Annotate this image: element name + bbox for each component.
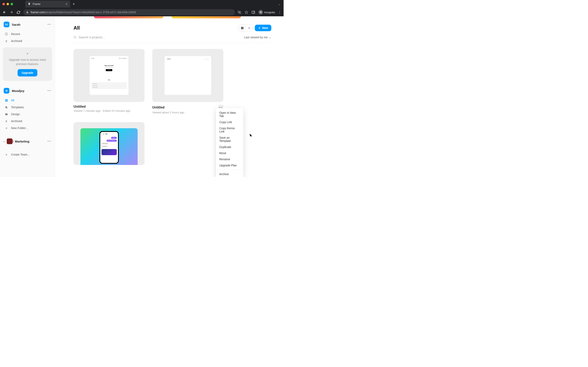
svg-point-4 bbox=[260, 12, 261, 13]
close-window-icon[interactable] bbox=[2, 3, 5, 5]
svg-rect-15 bbox=[241, 28, 242, 29]
project-card[interactable]: FRAMER About Blog Untitled ••• Viewed ab… bbox=[152, 49, 223, 114]
minimize-window-icon[interactable] bbox=[7, 3, 9, 5]
framer-favicon-icon bbox=[28, 2, 31, 6]
eye-off-icon[interactable] bbox=[238, 10, 241, 14]
clock-icon bbox=[4, 33, 8, 36]
project-thumbnail[interactable]: ‹ Sam online ⋮ Hey Sam! How are you bbox=[73, 122, 145, 165]
incognito-badge[interactable]: Incognito bbox=[259, 10, 275, 15]
address-bar: framer.com/projects/folder/recent?team=4… bbox=[0, 8, 284, 16]
user-name: Sarah bbox=[12, 23, 45, 26]
sidebar-item-new-folder[interactable]: New Folder... bbox=[3, 125, 52, 132]
url-input[interactable]: framer.com/projects/folder/recent?team=4… bbox=[23, 9, 235, 15]
sidebar-item-recent[interactable]: Recent bbox=[3, 31, 52, 38]
tabs-dropdown-icon[interactable]: ⌄ bbox=[278, 3, 280, 6]
plus-icon bbox=[4, 127, 8, 130]
project-thumbnail[interactable]: FRAMER About Blog bbox=[152, 49, 223, 102]
more-icon[interactable]: ••• bbox=[47, 23, 51, 26]
svg-rect-12 bbox=[6, 107, 7, 109]
list-view-button[interactable] bbox=[246, 25, 252, 31]
user-avatar: SJ bbox=[4, 22, 9, 27]
sparkle-icon: ✦ bbox=[6, 52, 49, 56]
svg-rect-7 bbox=[5, 99, 6, 100]
browser-tab[interactable]: Framer ✕ bbox=[25, 1, 70, 8]
new-button[interactable]: New bbox=[255, 25, 271, 31]
workspace-avatar-mug-icon bbox=[7, 138, 12, 144]
menu-item-save-as-template[interactable]: Save as Template bbox=[216, 134, 243, 144]
forward-button[interactable] bbox=[9, 10, 13, 14]
svg-point-20 bbox=[74, 36, 76, 38]
sort-dropdown[interactable]: Last viewed by me ⌄ bbox=[244, 36, 271, 39]
menu-item-copy-link[interactable]: Copy Link bbox=[216, 119, 243, 125]
search-input[interactable]: Search 3 projects... bbox=[73, 35, 105, 39]
workspace-name: Moodjoy bbox=[12, 89, 45, 92]
close-tab-icon[interactable]: ✕ bbox=[65, 2, 68, 6]
workspace-header[interactable]: M Moodjoy ••• bbox=[3, 87, 52, 95]
workspace-marketing: ▸ Marketing ••• bbox=[3, 137, 52, 145]
project-card[interactable]: Moodjoy About Pricing Sign up Buy my stu… bbox=[73, 49, 145, 114]
new-tab-button[interactable]: + bbox=[73, 2, 75, 6]
svg-rect-10 bbox=[7, 100, 8, 101]
menu-item-duplicate[interactable]: Duplicate bbox=[216, 144, 243, 150]
grid-view-button[interactable] bbox=[239, 25, 246, 31]
chevron-left-icon: ‹ bbox=[102, 133, 102, 135]
caret-right-icon[interactable]: ▸ bbox=[4, 140, 5, 142]
menu-item-move[interactable]: Move bbox=[216, 150, 243, 156]
menu-item-copy-remix-link[interactable]: Copy Remix Link bbox=[216, 125, 243, 134]
window-controls[interactable] bbox=[2, 3, 13, 5]
sidebar-item-design[interactable]: Design bbox=[3, 111, 52, 118]
workspace-header-marketing[interactable]: ▸ Marketing ••• bbox=[3, 137, 52, 145]
sidebar-item-create-team[interactable]: Create Team... bbox=[3, 151, 52, 158]
project-title: Untitled bbox=[152, 106, 164, 109]
svg-rect-8 bbox=[7, 99, 8, 100]
back-button[interactable] bbox=[2, 10, 7, 14]
project-thumbnail[interactable]: Moodjoy About Pricing Sign up Buy my stu… bbox=[73, 49, 145, 102]
svg-point-5 bbox=[261, 12, 262, 13]
url-text: framer.com/projects/folder/recent?team=4… bbox=[31, 11, 136, 14]
sidebar-item-archived[interactable]: Archived bbox=[3, 38, 52, 44]
page-title: All bbox=[73, 25, 80, 31]
project-card[interactable]: ‹ Sam online ⋮ Hey Sam! How are you bbox=[73, 122, 145, 165]
menu-item-open-new-tab[interactable]: Open in New Tab bbox=[216, 110, 243, 119]
archive-icon bbox=[4, 119, 8, 123]
tab-bar: Framer ✕ + ⌄ bbox=[0, 0, 284, 8]
incognito-icon bbox=[259, 10, 263, 15]
user-header[interactable]: SJ Sarah ••• bbox=[3, 20, 52, 29]
user-section: SJ Sarah ••• Recent Archived bbox=[3, 20, 52, 81]
sidebar-item-templates[interactable]: Templates bbox=[3, 104, 52, 111]
menu-item-archive[interactable]: Archive bbox=[216, 171, 243, 177]
avatar bbox=[103, 133, 105, 135]
svg-rect-2 bbox=[252, 11, 255, 13]
menu-item-rename[interactable]: Rename bbox=[216, 156, 243, 162]
banner-gradient bbox=[172, 16, 241, 18]
star-icon[interactable] bbox=[245, 10, 248, 14]
menu-divider bbox=[216, 170, 243, 170]
workspace-moodjoy: M Moodjoy ••• All Templates bbox=[3, 87, 52, 132]
plus-icon bbox=[4, 153, 8, 156]
project-subtitle: Viewed about 2 hours ago bbox=[152, 111, 223, 114]
svg-rect-16 bbox=[242, 28, 243, 29]
project-subtitle: Viewed 7 minutes ago · Edited 25 minutes… bbox=[73, 109, 145, 112]
menu-item-upgrade-plan[interactable]: Upgrade Plan bbox=[216, 162, 243, 168]
cursor-icon bbox=[250, 133, 253, 137]
main-content: All New bbox=[55, 16, 284, 177]
workspace-name: Marketing bbox=[15, 140, 45, 143]
banner-gradient bbox=[94, 16, 163, 18]
templates-icon bbox=[4, 106, 8, 109]
banner-strip bbox=[94, 16, 271, 18]
browser-chrome: Framer ✕ + ⌄ framer.com/projects/folder/… bbox=[0, 0, 284, 16]
upgrade-button[interactable]: Upgrade bbox=[17, 69, 37, 76]
sidebar-item-archived-2[interactable]: Archived bbox=[3, 118, 52, 125]
lock-icon bbox=[26, 11, 29, 13]
sidebar-item-label: Recent bbox=[11, 33, 20, 36]
more-icon[interactable]: ••• bbox=[47, 89, 51, 92]
kebab-menu-icon[interactable]: ⋮ bbox=[278, 11, 281, 14]
reload-button[interactable] bbox=[16, 11, 20, 14]
panel-icon[interactable] bbox=[251, 10, 255, 14]
maximize-window-icon[interactable] bbox=[11, 3, 13, 5]
context-menu: Open in New Tab Copy Link Copy Remix Lin… bbox=[216, 108, 243, 177]
sidebar-item-label: Design bbox=[11, 113, 20, 116]
sort-label: Last viewed by me bbox=[244, 36, 268, 39]
sidebar-item-all[interactable]: All bbox=[3, 97, 52, 104]
more-icon[interactable]: ••• bbox=[47, 140, 51, 143]
